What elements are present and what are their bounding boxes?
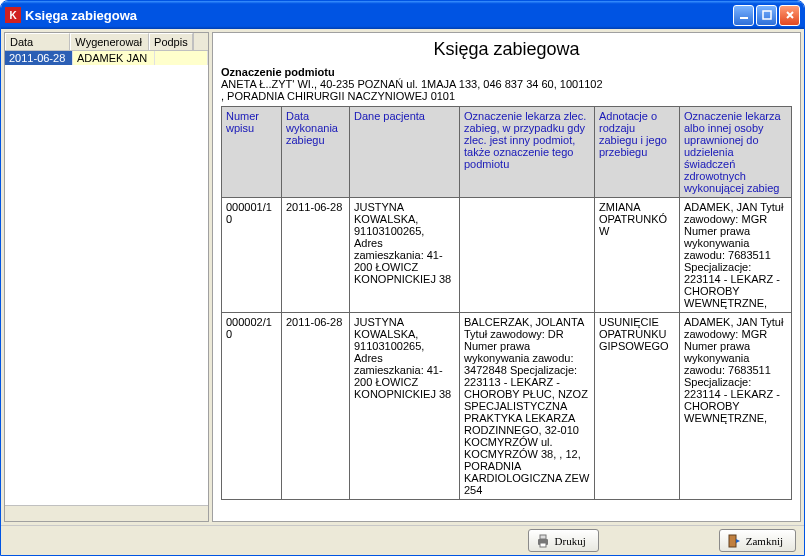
cell: ADAMEK, JAN Tytuł zawodowy: MGR Numer pr… [680,198,792,313]
table-row[interactable]: 2011-06-28 ADAMEK JAN [5,51,208,65]
cell: ZMIANA OPATRUNKÓW [595,198,680,313]
door-exit-icon [726,533,742,549]
cell: JUSTYNA KOWALSKA, 91103100265, Adres zam… [350,198,460,313]
scroll-spacer [193,33,208,50]
report-panel[interactable]: Księga zabiegowa Oznaczenie podmiotu ANE… [212,32,801,522]
svg-rect-3 [540,535,546,539]
app-icon: K [5,7,21,23]
subject-line-1: ANETA Ł..ZYT' WI., 40-235 POZNAŃ ul. 1MA… [221,78,792,90]
th-oznaczenie-zlec: Oznaczenie lekarza zlec. zabieg, w przyp… [460,107,595,198]
col-header-podpis[interactable]: Podpis [149,33,193,50]
subject-label: Oznaczenie podmiotu [221,66,792,78]
cell: BALCERZAK, JOLANTA Tytuł zawodowy: DR Nu… [460,313,595,500]
window-controls [733,5,800,26]
close-dialog-button[interactable]: Zamknij [719,529,796,552]
cell-data: 2011-06-28 [5,51,73,65]
close-button[interactable] [779,5,800,26]
th-numer-wpisu: Numer wpisu [222,107,282,198]
th-data-wykonania: Data wykonania zabiegu [282,107,350,198]
left-grid-header: Data Wygenerował Podpis [5,33,208,51]
cell: ADAMEK, JAN Tytuł zawodowy: MGR Numer pr… [680,313,792,500]
cell-podpis [155,51,208,65]
cell: JUSTYNA KOWALSKA, 91103100265, Adres zam… [350,313,460,500]
print-button-label: Drukuj [555,535,586,547]
svg-rect-5 [729,535,736,547]
maximize-button[interactable] [756,5,777,26]
th-dane-pacjenta: Dane pacjenta [350,107,460,198]
left-grid-body[interactable]: 2011-06-28 ADAMEK JAN [5,51,208,505]
cell-wygenerowal: ADAMEK JAN [73,51,155,65]
cell: USUNIĘCIE OPATRUNKU GIPSOWEGO [595,313,680,500]
print-button[interactable]: Drukuj [528,529,599,552]
left-panel: Data Wygenerował Podpis 2011-06-28 ADAME… [4,32,209,522]
cell: 000001/10 [222,198,282,313]
window: K Księga zabiegowa Data Wygenerował Podp… [0,0,805,556]
titlebar[interactable]: K Księga zabiegowa [1,1,804,29]
th-adnotacje: Adnotacje o rodzaju zabiegu i jego przeb… [595,107,680,198]
svg-rect-4 [540,543,546,547]
horizontal-scrollbar[interactable] [5,505,208,521]
table-row: 000002/10 2011-06-28 JUSTYNA KOWALSKA, 9… [222,313,792,500]
cell: 2011-06-28 [282,313,350,500]
report-title: Księga zabiegowa [221,39,792,60]
table-header-row: Numer wpisu Data wykonania zabiegu Dane … [222,107,792,198]
window-title: Księga zabiegowa [25,8,733,23]
close-dialog-label: Zamknij [746,535,783,547]
th-oznaczenie-lekarza: Oznaczenie lekarza albo innej osoby upra… [680,107,792,198]
svg-rect-1 [763,11,771,19]
printer-icon [535,533,551,549]
col-header-wygenerowal[interactable]: Wygenerował [70,33,149,50]
footer: Drukuj Zamknij [1,525,804,555]
cell: 000002/10 [222,313,282,500]
col-header-data[interactable]: Data [5,33,70,50]
body: Data Wygenerował Podpis 2011-06-28 ADAME… [1,29,804,525]
svg-rect-0 [740,17,748,19]
cell: 2011-06-28 [282,198,350,313]
cell [460,198,595,313]
report-table: Numer wpisu Data wykonania zabiegu Dane … [221,106,792,500]
subject-line-2: , PORADNIA CHIRURGII NACZYNIOWEJ 0101 [221,90,792,102]
minimize-button[interactable] [733,5,754,26]
table-row: 000001/10 2011-06-28 JUSTYNA KOWALSKA, 9… [222,198,792,313]
